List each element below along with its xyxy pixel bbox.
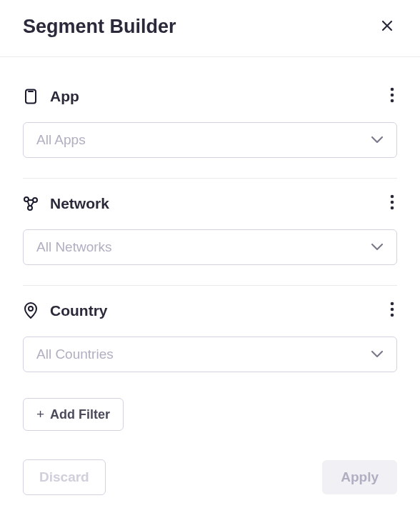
- filter-label-app: App: [50, 88, 79, 105]
- svg-point-12: [391, 201, 394, 204]
- add-filter-button[interactable]: + Add Filter: [23, 398, 124, 431]
- svg-line-10: [31, 201, 34, 206]
- svg-point-11: [391, 195, 394, 199]
- filter-header-left: Network: [23, 195, 109, 212]
- svg-point-2: [391, 88, 394, 91]
- more-vertical-icon: [390, 302, 394, 319]
- filter-header-left: Country: [23, 302, 108, 319]
- svg-point-5: [24, 197, 29, 201]
- select-placeholder: All Networks: [36, 239, 112, 255]
- more-button-network[interactable]: [387, 191, 397, 215]
- filter-section-app: App All Apps: [23, 71, 397, 178]
- more-button-app[interactable]: [387, 84, 397, 108]
- discard-button[interactable]: Discard: [23, 459, 106, 495]
- add-filter-label: Add Filter: [50, 407, 110, 422]
- svg-point-17: [391, 314, 394, 317]
- filter-label-country: Country: [50, 302, 108, 319]
- more-button-country[interactable]: [387, 299, 397, 322]
- location-icon: [23, 303, 39, 319]
- chevron-down-icon: [371, 241, 384, 254]
- svg-point-3: [391, 94, 394, 97]
- apply-button[interactable]: Apply: [322, 460, 397, 494]
- dialog-footer: Discard Apply: [23, 459, 397, 495]
- more-vertical-icon: [390, 194, 394, 212]
- select-app[interactable]: All Apps: [23, 122, 397, 158]
- chevron-down-icon: [371, 348, 384, 361]
- page-title: Segment Builder: [23, 16, 176, 38]
- svg-point-4: [391, 99, 394, 103]
- filter-header-left: App: [23, 88, 79, 105]
- svg-point-6: [33, 198, 37, 202]
- app-icon: [23, 89, 39, 104]
- dialog-header: Segment Builder: [0, 0, 420, 57]
- select-country[interactable]: All Countries: [23, 337, 397, 372]
- dialog-content: App All Apps: [0, 57, 420, 518]
- svg-point-13: [391, 206, 394, 210]
- filter-section-network: Network All Networks: [23, 178, 397, 285]
- filter-header: Country: [23, 299, 397, 322]
- chevron-down-icon: [371, 134, 384, 146]
- close-button[interactable]: [377, 16, 397, 38]
- network-icon: [23, 196, 39, 211]
- svg-point-7: [28, 206, 32, 210]
- filter-section-country: Country All Countries: [23, 285, 397, 392]
- select-network[interactable]: All Networks: [23, 229, 397, 265]
- svg-point-15: [391, 302, 394, 306]
- select-placeholder: All Countries: [36, 347, 114, 362]
- plus-icon: +: [36, 407, 44, 422]
- svg-point-16: [391, 308, 394, 312]
- more-vertical-icon: [390, 87, 394, 105]
- select-placeholder: All Apps: [36, 132, 86, 148]
- filter-header: App: [23, 84, 397, 108]
- filter-label-network: Network: [50, 195, 109, 212]
- close-icon: [380, 19, 394, 35]
- svg-point-14: [29, 307, 33, 311]
- svg-line-9: [28, 201, 30, 206]
- filter-header: Network: [23, 191, 397, 215]
